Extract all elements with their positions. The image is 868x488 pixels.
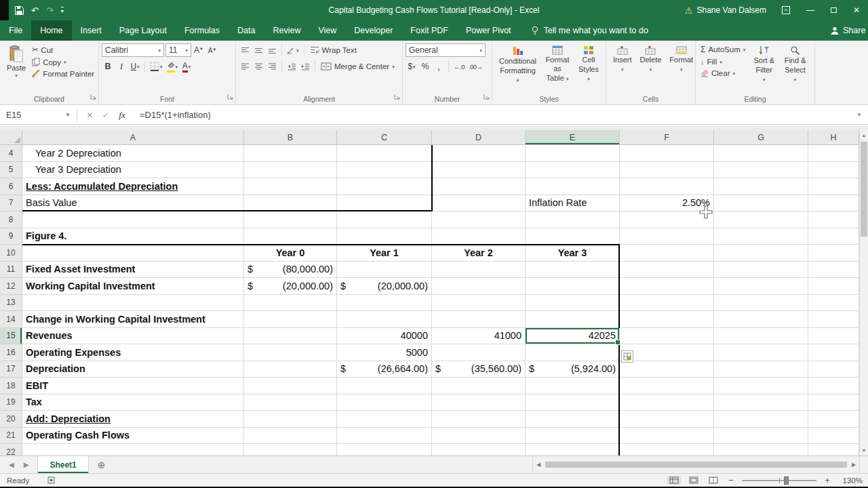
cell-E6[interactable] bbox=[526, 178, 620, 195]
name-box[interactable]: E15 bbox=[0, 106, 61, 124]
row-header-15[interactable]: 15 bbox=[0, 328, 22, 345]
cell-C18[interactable] bbox=[337, 378, 432, 394]
cell-E20[interactable] bbox=[526, 411, 620, 428]
cell-F22[interactable] bbox=[620, 444, 714, 455]
cell-F8[interactable] bbox=[620, 211, 714, 228]
cell-A6[interactable]: Less: Accumulated Depreciation bbox=[22, 178, 244, 195]
align-center-button[interactable] bbox=[252, 60, 264, 73]
row-header-12[interactable]: 12 bbox=[0, 278, 22, 295]
font-color-button[interactable]: A▾ bbox=[180, 60, 193, 73]
increase-indent-button[interactable] bbox=[299, 60, 311, 73]
align-left-button[interactable] bbox=[239, 60, 251, 73]
delete-button[interactable]: Delete ▾ bbox=[636, 43, 666, 94]
row-header-14[interactable]: 14 bbox=[0, 311, 22, 328]
cell-H5[interactable] bbox=[808, 162, 859, 179]
cell-E10[interactable]: Year 3 bbox=[526, 245, 620, 262]
align-middle-button[interactable] bbox=[252, 43, 264, 57]
cell-G11[interactable] bbox=[714, 262, 808, 279]
cell-F14[interactable] bbox=[620, 311, 714, 328]
column-header-F[interactable]: F bbox=[620, 130, 714, 145]
cell-D5[interactable] bbox=[432, 162, 526, 179]
cell-G19[interactable] bbox=[714, 394, 808, 411]
cell-D11[interactable] bbox=[432, 262, 526, 279]
row-header-21[interactable]: 21 bbox=[0, 428, 22, 445]
cell-H22[interactable] bbox=[808, 444, 859, 455]
cell-D6[interactable] bbox=[432, 178, 526, 195]
cell-A7[interactable]: Basis Value bbox=[22, 195, 244, 212]
fill-button[interactable]: ↓Fill▾ bbox=[698, 56, 749, 67]
number-format-select[interactable]: General▾ bbox=[406, 43, 486, 57]
comma-style-button[interactable]: , bbox=[433, 60, 445, 73]
cell-G15[interactable] bbox=[714, 328, 808, 345]
cell-F7[interactable]: 2.50% bbox=[620, 195, 714, 212]
cell-B7[interactable] bbox=[244, 195, 337, 212]
insert-function-button[interactable]: fx bbox=[113, 110, 131, 121]
cell-C5[interactable] bbox=[337, 162, 432, 179]
cell-C14[interactable] bbox=[337, 311, 432, 328]
cell-H20[interactable] bbox=[808, 411, 859, 428]
cell-A9[interactable]: Figure 4. bbox=[22, 228, 244, 245]
cell-G21[interactable] bbox=[714, 428, 808, 445]
cell-E5[interactable] bbox=[526, 162, 620, 179]
number-dialog-launcher[interactable] bbox=[484, 90, 490, 102]
cell-F9[interactable] bbox=[620, 228, 714, 245]
paste-button[interactable]: Paste ▾ bbox=[3, 43, 30, 94]
row-header-9[interactable]: 9 bbox=[0, 228, 22, 245]
format-button[interactable]: Format ▾ bbox=[665, 43, 697, 94]
cell-E11[interactable] bbox=[526, 262, 620, 279]
cell-D19[interactable] bbox=[432, 394, 526, 411]
grow-font-button[interactable]: A▲ bbox=[193, 43, 205, 57]
cell-H16[interactable] bbox=[808, 344, 859, 361]
cell-D15[interactable]: 41000 bbox=[432, 328, 526, 345]
ribbon-tab-insert[interactable]: Insert bbox=[72, 20, 111, 41]
vertical-scrollbar-thumb[interactable] bbox=[861, 142, 867, 237]
cell-B5[interactable] bbox=[244, 162, 337, 179]
column-header-A[interactable]: A bbox=[22, 130, 244, 145]
row-header-8[interactable]: 8 bbox=[0, 211, 22, 228]
cell-B18[interactable] bbox=[244, 378, 337, 394]
cell-D12[interactable] bbox=[432, 278, 526, 295]
cell-E15[interactable]: 42025 bbox=[526, 328, 620, 345]
cell-B22[interactable] bbox=[244, 444, 337, 455]
cell-D8[interactable] bbox=[432, 211, 526, 228]
cell-G17[interactable] bbox=[714, 361, 808, 378]
zoom-out-button[interactable]: − bbox=[726, 475, 736, 485]
align-right-button[interactable] bbox=[266, 60, 278, 73]
column-header-G[interactable]: G bbox=[714, 130, 808, 145]
cell-H17[interactable] bbox=[808, 361, 859, 378]
cell-A15[interactable]: Revenues bbox=[22, 328, 244, 345]
row-header-20[interactable]: 20 bbox=[0, 411, 22, 428]
cell-A12[interactable]: Working Capital Investment bbox=[22, 278, 244, 295]
cell-D9[interactable] bbox=[432, 228, 526, 245]
autofill-options-button[interactable] bbox=[621, 350, 633, 363]
cell-B17[interactable] bbox=[244, 361, 337, 378]
row-header-13[interactable]: 13 bbox=[0, 295, 22, 312]
view-normal-button[interactable] bbox=[667, 476, 681, 485]
cell-C17[interactable]: $(26,664.00) bbox=[337, 361, 432, 378]
ribbon-display-options-button[interactable] bbox=[773, 0, 799, 20]
zoom-percent[interactable]: 130% bbox=[838, 476, 863, 485]
ribbon-tab-data[interactable]: Data bbox=[229, 20, 264, 41]
clear-button[interactable]: Clear▾ bbox=[698, 68, 749, 79]
cell-E22[interactable] bbox=[526, 444, 620, 455]
cell-E8[interactable] bbox=[526, 211, 620, 228]
sheet-tab-sheet1[interactable]: Sheet1 bbox=[37, 456, 88, 473]
row-header-22[interactable]: 22 bbox=[0, 444, 22, 455]
merge-center-button[interactable]: Merge & Center▾ bbox=[319, 61, 397, 72]
cell-H4[interactable] bbox=[808, 145, 859, 162]
cell-B11[interactable]: $(80,000.00) bbox=[244, 262, 337, 279]
column-header-E[interactable]: E bbox=[526, 130, 620, 145]
decrease-indent-button[interactable] bbox=[285, 60, 298, 73]
tellme-button[interactable]: Tell me what you want to do bbox=[531, 20, 648, 41]
cell-A21[interactable]: Operating Cash Flows bbox=[22, 428, 244, 445]
cell-D7[interactable] bbox=[432, 195, 526, 212]
row-header-7[interactable]: 7 bbox=[0, 195, 22, 212]
cell-A18[interactable]: EBIT bbox=[22, 378, 244, 394]
row-header-5[interactable]: 5 bbox=[0, 162, 22, 179]
align-top-button[interactable] bbox=[239, 43, 251, 57]
row-header-10[interactable]: 10 bbox=[0, 245, 22, 262]
cell-F16[interactable] bbox=[620, 344, 714, 361]
underline-button[interactable]: U▾ bbox=[129, 60, 141, 73]
cell-A11[interactable]: Fixed Asset Investment bbox=[22, 262, 244, 279]
cell-G9[interactable] bbox=[714, 228, 808, 245]
